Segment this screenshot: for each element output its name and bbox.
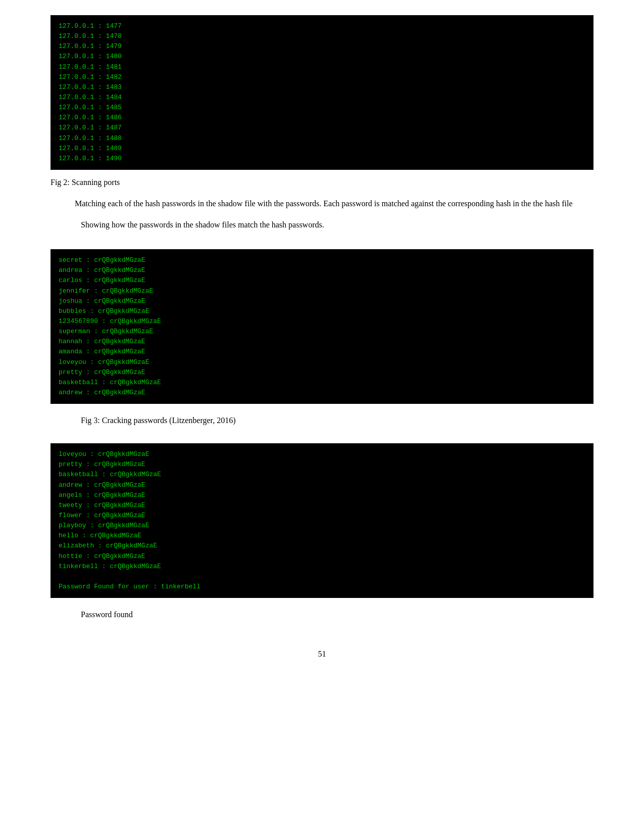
paragraph-2: Showing how the passwords in the shadow …: [51, 218, 593, 231]
terminal-block-2: secret : crQBgkkdMGzaE andrea : crQBgkkd…: [51, 249, 593, 404]
terminal-block-1: 127.0.0.1 : 1477 127.0.0.1 : 1478 127.0.…: [51, 15, 593, 170]
fig3-label: Fig 3: Cracking passwords (: [81, 416, 172, 425]
page-number: 51: [51, 650, 593, 659]
fig2-label: Fig 2: Scanning ports: [51, 178, 120, 187]
terminal-block-3: loveyou : crQBgkkdMGzaE pretty : crQBgkk…: [51, 443, 593, 598]
fig3-close: ): [233, 416, 235, 425]
fig3-caption: Fig 3: Cracking passwords (Litzenberger,…: [51, 416, 593, 425]
paragraph-1: Matching each of the hash passwords in t…: [51, 197, 593, 210]
fig3-citation: Litzenberger, 2016: [172, 416, 233, 425]
fig4-caption: Password found: [51, 610, 593, 619]
fig4-label: Password found: [81, 610, 133, 619]
fig2-caption: Fig 2: Scanning ports: [51, 178, 593, 187]
